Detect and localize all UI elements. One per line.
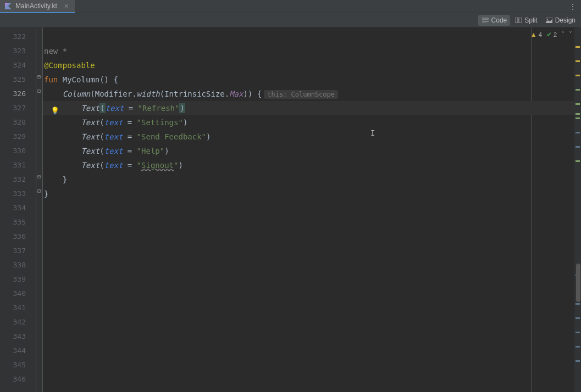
stripe-marker[interactable] bbox=[576, 60, 580, 62]
design-view-icon bbox=[545, 16, 553, 24]
checks-count: 2 bbox=[554, 31, 557, 38]
code-line: fun MyColumn() { bbox=[43, 72, 574, 87]
line-number[interactable]: 343 bbox=[0, 329, 36, 344]
code-line: Text(text = "Send Feedback") bbox=[43, 130, 574, 144]
line-number[interactable]: 334 bbox=[0, 201, 36, 215]
design-view-label: Design bbox=[555, 16, 576, 24]
fold-close-icon[interactable]: ⊡ bbox=[37, 188, 42, 192]
stripe-marker[interactable] bbox=[576, 146, 580, 148]
tab-menu-icon[interactable]: ⋮ bbox=[569, 2, 577, 11]
fold-open-icon[interactable]: ⊟ bbox=[37, 88, 42, 92]
code-line: } bbox=[43, 172, 574, 187]
checks-indicator[interactable]: ✔ 2 bbox=[546, 31, 557, 38]
warning-icon: ▲ bbox=[530, 31, 537, 38]
line-number[interactable]: 324 bbox=[0, 58, 36, 72]
code-view-button[interactable]: Code bbox=[478, 15, 511, 26]
warnings-count: 4 bbox=[539, 31, 542, 38]
code-view-icon bbox=[482, 16, 489, 24]
code-line: Text(text = "Settings") bbox=[43, 115, 574, 130]
line-number[interactable]: 329 bbox=[0, 130, 36, 144]
fold-gutter[interactable]: ⊟ ⊟ ⊡ ⊡ bbox=[36, 27, 43, 392]
line-number[interactable]: 337 bbox=[0, 244, 36, 258]
stripe-marker[interactable] bbox=[576, 132, 580, 133]
scrollbar-thumb[interactable] bbox=[576, 264, 580, 302]
file-tab[interactable]: MainActivity.kt × bbox=[0, 0, 75, 13]
stripe-marker[interactable] bbox=[576, 117, 580, 119]
line-number[interactable]: 345 bbox=[0, 358, 36, 372]
stripe-marker[interactable] bbox=[576, 75, 580, 76]
line-number[interactable]: 330 bbox=[0, 144, 36, 158]
line-number[interactable]: 346 bbox=[0, 372, 36, 387]
code-area[interactable]: new * @Composable fun MyColumn() { Colum… bbox=[43, 27, 574, 392]
line-number[interactable]: 336 bbox=[0, 229, 36, 244]
code-view-label: Code bbox=[491, 16, 507, 24]
view-mode-bar: Code Split Design bbox=[0, 13, 581, 27]
line-number[interactable]: 338 bbox=[0, 258, 36, 272]
code-line: Text(text = "Signout") bbox=[43, 158, 574, 172]
kotlin-file-icon bbox=[4, 2, 12, 10]
line-number[interactable]: 342 bbox=[0, 315, 36, 329]
stripe-marker[interactable] bbox=[576, 46, 580, 48]
prev-highlight-icon[interactable]: ˄ bbox=[561, 31, 565, 38]
design-view-button[interactable]: Design bbox=[542, 15, 579, 26]
stripe-marker[interactable] bbox=[576, 360, 580, 362]
fold-open-icon[interactable]: ⊟ bbox=[37, 74, 42, 78]
svg-point-7 bbox=[547, 19, 548, 20]
next-highlight-icon[interactable]: ˅ bbox=[569, 31, 572, 38]
line-number[interactable]: 331 bbox=[0, 158, 36, 172]
line-number[interactable]: 323 bbox=[0, 44, 36, 58]
stripe-marker[interactable] bbox=[576, 113, 580, 115]
svg-rect-4 bbox=[515, 18, 518, 23]
line-number[interactable]: 344 bbox=[0, 344, 36, 358]
close-tab-icon[interactable]: × bbox=[63, 2, 70, 10]
tab-filename: MainActivity.kt bbox=[15, 2, 57, 10]
line-number[interactable]: 332 bbox=[0, 172, 36, 187]
svg-rect-5 bbox=[519, 18, 522, 23]
code-line: Text(text = "Help") bbox=[43, 144, 574, 158]
line-number-gutter[interactable]: 3223233243253263273283293303313323333343… bbox=[0, 27, 36, 392]
split-view-label: Split bbox=[524, 16, 537, 24]
line-number[interactable]: 335 bbox=[0, 215, 36, 229]
stripe-marker[interactable] bbox=[576, 303, 580, 305]
code-line-current: 💡 Text(text = "Refresh") bbox=[43, 101, 574, 115]
line-number[interactable]: 341 bbox=[0, 301, 36, 315]
warnings-indicator[interactable]: ▲ 4 bbox=[530, 31, 542, 38]
code-line: new * bbox=[43, 44, 574, 58]
split-view-button[interactable]: Split bbox=[511, 15, 540, 26]
line-number[interactable]: 325 bbox=[0, 72, 36, 87]
line-number[interactable]: 327 bbox=[0, 101, 36, 115]
line-number[interactable]: 322 bbox=[0, 30, 36, 44]
code-line: Column(Modifier.width(IntrinsicSize.Max)… bbox=[43, 87, 574, 101]
stripe-marker[interactable] bbox=[576, 346, 580, 348]
line-number[interactable]: 339 bbox=[0, 272, 36, 287]
editor: 3223233243253263273283293303313323333343… bbox=[0, 27, 581, 392]
stripe-marker[interactable] bbox=[576, 103, 580, 105]
stripe-marker[interactable] bbox=[576, 160, 580, 162]
code-line: } bbox=[43, 187, 574, 201]
stripe-marker[interactable] bbox=[576, 332, 580, 333]
line-number[interactable]: 333 bbox=[0, 187, 36, 201]
tab-bar: MainActivity.kt × ⋮ bbox=[0, 0, 581, 13]
split-view-icon bbox=[514, 16, 522, 24]
line-number[interactable]: 326 bbox=[0, 87, 36, 101]
code-line bbox=[43, 30, 574, 44]
stripe-marker[interactable] bbox=[576, 317, 580, 319]
error-stripe[interactable] bbox=[574, 27, 581, 392]
check-icon: ✔ bbox=[546, 31, 552, 38]
line-number[interactable]: 328 bbox=[0, 115, 36, 130]
text-cursor-icon: I bbox=[370, 129, 375, 137]
code-line: @Composable bbox=[43, 58, 574, 72]
fold-close-icon[interactable]: ⊡ bbox=[37, 173, 42, 178]
inline-hint: this: ColumnScope bbox=[264, 90, 338, 99]
line-number[interactable]: 340 bbox=[0, 287, 36, 301]
inspection-status[interactable]: ▲ 4 ✔ 2 ˄ ˅ bbox=[530, 31, 572, 38]
stripe-marker[interactable] bbox=[576, 89, 580, 91]
